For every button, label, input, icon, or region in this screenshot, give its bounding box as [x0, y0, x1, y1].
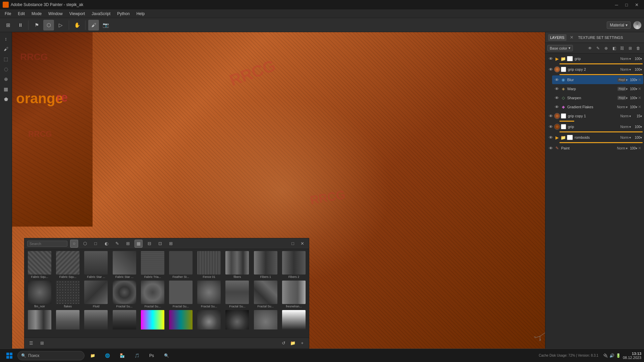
- asset-item-fractal5[interactable]: Fractal Su...: [223, 280, 251, 309]
- layer-warp-close[interactable]: ✕: [637, 86, 642, 91]
- taskbar-search2-btn[interactable]: 🔍: [160, 350, 173, 361]
- layers-tab[interactable]: LAYERS: [548, 34, 567, 41]
- asset-tool-grid[interactable]: ⊞: [124, 240, 132, 248]
- taskbar-search-box[interactable]: 🔍 Поиск: [17, 351, 85, 360]
- menu-help[interactable]: Help: [133, 10, 148, 17]
- asset-item-fresnel2[interactable]: fresnelran...: [26, 309, 53, 329]
- tool-move[interactable]: ↕: [1, 34, 11, 44]
- menu-python[interactable]: Python: [114, 10, 133, 17]
- window-controls[interactable]: ─ □ ✕: [612, 0, 641, 9]
- layer-blur-close[interactable]: ✕: [637, 77, 642, 82]
- material-dropdown[interactable]: Material ▾: [607, 21, 631, 29]
- asset-item-fabric-squ2[interactable]: Fabric Squ...: [54, 250, 82, 279]
- layer-romboids-folder[interactable]: 👁 ▶ 📁 romboids Norm ▾ 100 ▾: [546, 133, 643, 142]
- asset-item-fabric-star1[interactable]: Fabric Star ...: [82, 250, 110, 279]
- asset-close-btn[interactable]: ✕: [298, 240, 306, 248]
- asset-footer-grid-btn[interactable]: ⊞: [38, 339, 46, 347]
- layers-duplicate-btn[interactable]: ⊞: [627, 45, 634, 52]
- asset-item-fence[interactable]: Fence 01: [195, 250, 223, 279]
- layer-vis-grip-folder[interactable]: 👁: [547, 55, 554, 62]
- base-color-dropdown[interactable]: Base color ▾: [547, 45, 573, 51]
- asset-item-fluid[interactable]: Fluid: [82, 280, 110, 309]
- asset-item-fabric-squ1[interactable]: Fabric Squ...: [26, 250, 53, 279]
- layer-sharpen[interactable]: 👁 ◇ Sharpen Repl ▾ 100 ▾ ✕: [552, 94, 643, 102]
- maximize-button[interactable]: □: [622, 0, 631, 9]
- asset-item-gradient-a[interactable]: Gradient A...: [280, 309, 308, 329]
- asset-tool-bigrid[interactable]: ⊟: [145, 240, 153, 248]
- menu-edit[interactable]: Edit: [14, 10, 28, 17]
- asset-item-flm-noir[interactable]: flm_noir: [26, 280, 53, 309]
- battery-icon[interactable]: 🔋: [616, 353, 621, 358]
- toolbar-hand-btn[interactable]: ✋: [72, 20, 83, 31]
- asset-item-fractal2[interactable]: Fractal Su...: [139, 280, 166, 309]
- asset-tool-apps[interactable]: ⊞: [167, 240, 175, 248]
- toolbar-brush-btn[interactable]: 🖌: [88, 20, 99, 31]
- taskbar-spotify-btn[interactable]: 🎵: [130, 350, 144, 361]
- layer-vis-sharpen[interactable]: 👁: [553, 95, 560, 101]
- asset-item-fibers2[interactable]: Fibers 2: [280, 250, 308, 279]
- asset-search-input[interactable]: [27, 241, 67, 247]
- asset-item-fur2[interactable]: Fur 2: [82, 309, 110, 329]
- layers-brush-btn[interactable]: ✎: [594, 45, 602, 52]
- tool-fill[interactable]: ▦: [1, 84, 11, 94]
- layer-vis-grip-copy2[interactable]: 👁: [547, 66, 554, 73]
- layers-link-btn[interactable]: ⛓: [619, 45, 626, 52]
- asset-item-fractal6[interactable]: Fractal Su...: [252, 280, 279, 309]
- taskbar-clock[interactable]: 13:13 08.12.2023: [623, 352, 641, 360]
- layer-paint[interactable]: 👁 ✎ Paint Norm ▾ 100 ▾ ✕: [546, 144, 643, 153]
- asset-folder-btn[interactable]: 📁: [289, 339, 297, 347]
- layer-gradient-flakes-close[interactable]: ✕: [637, 105, 642, 109]
- tool-eraser[interactable]: ⬚: [1, 54, 11, 64]
- asset-minimize-btn[interactable]: □: [289, 240, 297, 248]
- asset-tool-half[interactable]: ◐: [102, 240, 110, 248]
- layer-grip-copy1[interactable]: 👁 grip copy 1 Norm ▾ 15 ▾: [546, 112, 643, 120]
- taskbar-explorer-btn[interactable]: 📁: [86, 350, 99, 361]
- asset-tool-square[interactable]: □: [92, 240, 100, 248]
- taskbar-store-btn[interactable]: 🏪: [115, 350, 129, 361]
- layer-warp[interactable]: 👁 ◈ Warp Repl ▾ 100 ▾ ✕: [552, 84, 643, 93]
- menu-javascript[interactable]: JavaScript: [88, 10, 114, 17]
- layers-eye-btn[interactable]: 👁: [586, 45, 594, 52]
- layer-blur[interactable]: 👁 ◉ Blur Repl ▾ 100 ▾ ✕: [552, 75, 643, 84]
- volume-icon[interactable]: 🔊: [609, 353, 614, 358]
- asset-tool-view[interactable]: ⊡: [156, 240, 164, 248]
- asset-tool-grid2[interactable]: ▦: [135, 240, 143, 248]
- toolbar-cube-btn[interactable]: ⬡: [43, 20, 54, 31]
- network-icon[interactable]: 🔌: [603, 353, 608, 358]
- asset-item-feather[interactable]: Feather St...: [167, 250, 195, 279]
- tool-brush[interactable]: 🖌: [1, 44, 11, 54]
- asset-item-gaussian2[interactable]: Gaussian S...: [223, 309, 251, 329]
- tool-polygon[interactable]: ⬟: [1, 95, 11, 104]
- asset-item-gamma2[interactable]: gamma2-2: [167, 309, 195, 329]
- asset-item-gaussian1[interactable]: Gaussian ...: [195, 309, 223, 329]
- close-button[interactable]: ✕: [632, 0, 641, 9]
- texture-set-settings-tab[interactable]: TEXTURE SET SETTINGS: [576, 34, 625, 41]
- menu-mode[interactable]: Mode: [28, 10, 45, 17]
- layer-vis-grip-copy1[interactable]: 👁: [547, 113, 554, 119]
- layer-vis-gradient-flakes[interactable]: 👁: [553, 104, 560, 110]
- toolbar-photo-btn[interactable]: 📷: [100, 20, 111, 31]
- layer-gradient-flakes[interactable]: 👁 ◆ Gradient Flakes Norm ▾ 100 ▾ ✕: [552, 103, 643, 111]
- asset-tool-hex[interactable]: ⬡: [81, 240, 89, 248]
- layers-tab-close[interactable]: ✕: [570, 35, 574, 40]
- asset-item-fresnel1[interactable]: fresnelran...: [280, 280, 308, 309]
- asset-tool-circle[interactable]: ○: [70, 240, 78, 248]
- asset-footer-list-btn[interactable]: ☰: [27, 339, 35, 347]
- layer-grip-copy2[interactable]: 👁 grip copy 2 Norm ▾ 100 ▾: [546, 65, 643, 74]
- layers-adjust-btn[interactable]: ⊕: [602, 45, 610, 52]
- layer-paint-close[interactable]: ✕: [637, 146, 642, 150]
- layers-trash-btn[interactable]: 🗑: [635, 45, 642, 52]
- toolbar-pause-btn[interactable]: ⏸: [15, 20, 25, 31]
- layer-grip[interactable]: 👁 grip Norm ▾ 100 ▾: [546, 122, 643, 131]
- toolbar-camera-btn[interactable]: ▷: [55, 20, 66, 31]
- asset-item-fractal1[interactable]: Fractal Su...: [111, 280, 138, 309]
- asset-tool-pen[interactable]: ✎: [113, 240, 121, 248]
- asset-item-fabric-star2[interactable]: Fabric Star ...: [111, 250, 138, 279]
- layers-mask-btn[interactable]: ◧: [610, 45, 618, 52]
- asset-item-fractal3[interactable]: Fractal Su...: [167, 280, 195, 309]
- taskbar-start-button[interactable]: [3, 350, 16, 361]
- layer-sharpen-close[interactable]: ✕: [637, 96, 642, 100]
- layer-vis-blur[interactable]: 👁: [553, 76, 560, 83]
- menu-file[interactable]: File: [1, 10, 14, 17]
- asset-item-flakes[interactable]: flakes: [54, 280, 82, 309]
